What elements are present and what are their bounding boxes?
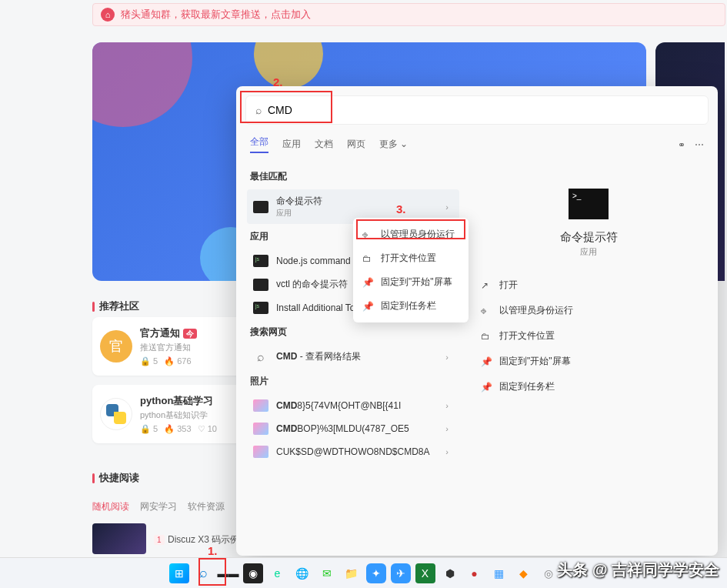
result-web-cmd[interactable]: ⌕ CMD - 查看网络结果 › [247, 345, 459, 369]
search-input[interactable] [268, 104, 699, 116]
action-open[interactable]: ↗打开 [475, 273, 702, 297]
photo-icon [253, 423, 268, 435]
ctx-pin-start[interactable]: 📌固定到"开始"屏幕 [353, 270, 469, 294]
annotation-label-3: 3. [396, 202, 406, 215]
action-pin-taskbar[interactable]: 📌固定到任务栏 [475, 375, 702, 399]
home-icon: ⌂ [101, 8, 115, 22]
ctx-run-admin[interactable]: ⎆以管理员身份运行 [353, 222, 469, 246]
node-icon [253, 255, 268, 267]
task-view-icon[interactable]: ▬▬ [218, 563, 238, 583]
tab-software[interactable]: 软件资源 [188, 500, 225, 513]
app-icon-blue2[interactable]: ✈ [391, 563, 411, 583]
photo-icon [253, 446, 268, 458]
community-sub: python基础知识学 [140, 409, 217, 421]
chevron-right-icon[interactable]: › [441, 447, 453, 456]
tab-all[interactable]: 全部 [250, 135, 268, 153]
community-title: 官方通知 [140, 327, 180, 339]
quickread-title: 快捷阅读 [92, 471, 139, 485]
app-icon[interactable]: ● [465, 563, 485, 583]
pin-icon: 📌 [481, 356, 492, 367]
chevron-right-icon[interactable]: › [441, 401, 453, 410]
avatar [100, 398, 132, 430]
windows-search-panel: ⌕ 全部 应用 文档 网页 更多 ⌄ ⚭ ⋯ 最佳匹配 命令提示符 应用 › 应… [236, 86, 718, 556]
search-bar[interactable]: ⌕ [245, 95, 709, 125]
quickread-tabs: 随机阅读 网安学习 软件资源 [92, 500, 225, 513]
detail-sub: 应用 [475, 246, 702, 258]
app-icon-blue[interactable]: ✦ [366, 563, 386, 583]
edge-icon[interactable]: e [268, 563, 288, 583]
pin-icon: 📌 [481, 382, 492, 393]
avatar: 官 [100, 330, 132, 362]
more-icon[interactable]: ⋯ [695, 139, 704, 150]
app-icon[interactable]: ▦ [489, 563, 509, 583]
link-icon[interactable]: ⚭ [678, 139, 685, 150]
result-sub: 应用 [276, 208, 441, 219]
detail-title: 命令提示符 [475, 230, 702, 245]
article-thumb [92, 523, 146, 554]
ctx-open-location[interactable]: 🗀打开文件位置 [353, 246, 469, 270]
watermark: 头条 @ 吉祥同学学安全 [557, 560, 719, 580]
taskbar-search-icon[interactable]: ⌕ [194, 563, 214, 583]
pin-icon: 📌 [362, 301, 373, 312]
app-icon[interactable]: ◉ [243, 563, 263, 583]
group-best-match: 最佳匹配 [247, 164, 459, 189]
community-sub: 推送官方通知 [140, 342, 197, 353]
tab-apps[interactable]: 应用 [282, 138, 301, 151]
chevron-right-icon[interactable]: › [441, 424, 453, 433]
community-title: python基础学习 [140, 394, 217, 408]
result-photo-1[interactable]: CMD8}5{74VM{OHT@NB[{41I › [247, 394, 459, 417]
result-title: 命令提示符 [276, 195, 441, 208]
search-tabs: 全部 应用 文档 网页 更多 ⌄ ⚭ ⋯ [236, 128, 718, 158]
app-icon[interactable]: ◆ [514, 563, 534, 583]
chevron-right-icon[interactable]: › [441, 202, 453, 212]
action-pin-start[interactable]: 📌固定到"开始"屏幕 [475, 349, 702, 373]
wechat-icon[interactable]: ✉ [317, 563, 337, 583]
tab-more[interactable]: 更多 ⌄ [379, 138, 408, 151]
article-num: 1 [154, 535, 165, 545]
tab-security[interactable]: 网安学习 [140, 500, 177, 513]
open-icon: ↗ [481, 280, 492, 291]
ctx-pin-taskbar[interactable]: 📌固定到任务栏 [353, 294, 469, 318]
photo-icon [253, 399, 268, 412]
recommend-section-title: 推荐社区 [92, 299, 139, 313]
app-icon[interactable]: ◎ [539, 563, 559, 583]
app-icon-dark[interactable]: ⬢ [440, 563, 460, 583]
excel-icon[interactable]: X [415, 563, 435, 583]
chevron-right-icon[interactable]: › [441, 352, 453, 362]
annotation-label-2: 2. [273, 75, 283, 89]
search-icon: ⌕ [253, 351, 268, 363]
result-photo-2[interactable]: CMDBOP}%3[MLDU(4787_OE5 › [247, 417, 459, 440]
annotation-label-1: 1. [208, 544, 218, 557]
folder-icon: 🗀 [362, 253, 373, 264]
folder-icon[interactable]: 📁 [342, 563, 362, 583]
tab-docs[interactable]: 文档 [315, 138, 333, 151]
node-icon [253, 302, 268, 314]
article-row[interactable]: 1 Discuz X3 码示例） [92, 523, 248, 554]
detail-pane: 命令提示符 应用 ↗打开 ⎆以管理员身份运行 🗀打开文件位置 📌固定到"开始"屏… [459, 158, 718, 556]
notification-banner[interactable]: ⌂ 猪头通知群，获取最新文章推送，点击加入 [92, 3, 725, 26]
cmd-icon [253, 201, 268, 213]
group-web: 搜索网页 [247, 319, 459, 345]
cmd-icon [253, 279, 268, 291]
result-photo-3[interactable]: CUK$SD@WDTHOWO8ND$CMD8A › [247, 440, 459, 463]
badge: 今 [183, 329, 197, 339]
action-admin[interactable]: ⎆以管理员身份运行 [475, 299, 702, 322]
banner-text: 猪头通知群，获取最新文章推送，点击加入 [121, 8, 311, 22]
chrome-icon[interactable]: 🌐 [292, 563, 312, 583]
search-icon: ⌕ [255, 104, 262, 116]
cmd-large-icon [569, 189, 609, 219]
pin-icon: 📌 [362, 277, 373, 288]
tab-random[interactable]: 随机阅读 [92, 500, 129, 513]
action-location[interactable]: 🗀打开文件位置 [475, 324, 702, 348]
start-button[interactable]: ⊞ [169, 563, 189, 583]
context-menu: ⎆以管理员身份运行 🗀打开文件位置 📌固定到"开始"屏幕 📌固定到任务栏 [353, 218, 469, 322]
group-photos: 照片 [247, 369, 459, 394]
tab-web[interactable]: 网页 [347, 138, 365, 151]
admin-icon: ⎆ [362, 229, 373, 240]
folder-icon: 🗀 [481, 331, 492, 342]
admin-icon: ⎆ [481, 306, 492, 316]
